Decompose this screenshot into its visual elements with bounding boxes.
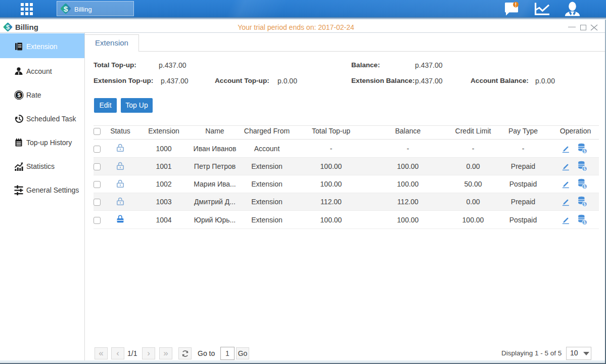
svg-text:$: $ xyxy=(583,202,586,207)
svg-text:$: $ xyxy=(17,92,20,98)
svg-text:$: $ xyxy=(64,5,68,13)
svg-text:$: $ xyxy=(583,219,586,224)
svg-text:$: $ xyxy=(583,184,586,189)
svg-text:!: ! xyxy=(515,2,517,8)
svg-text:$: $ xyxy=(583,148,586,153)
svg-text:$: $ xyxy=(583,166,586,171)
